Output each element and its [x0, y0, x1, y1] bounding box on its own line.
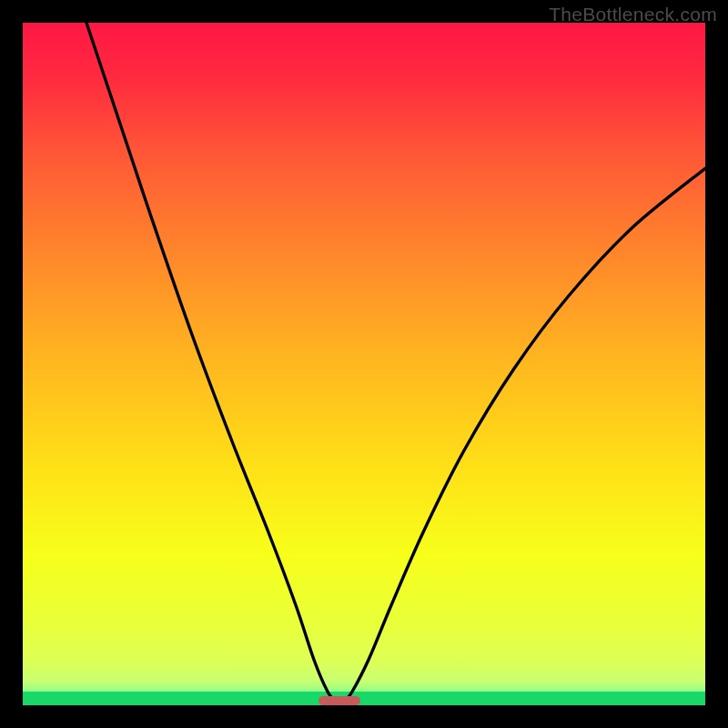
bottleneck-marker — [318, 696, 360, 705]
plot-area — [23, 23, 705, 705]
plot-svg — [23, 23, 705, 705]
watermark-text: TheBottleneck.com — [549, 4, 717, 25]
outer-frame: TheBottleneck.com — [0, 0, 728, 728]
green-baseline-band — [23, 692, 705, 705]
gradient-background — [23, 23, 705, 705]
